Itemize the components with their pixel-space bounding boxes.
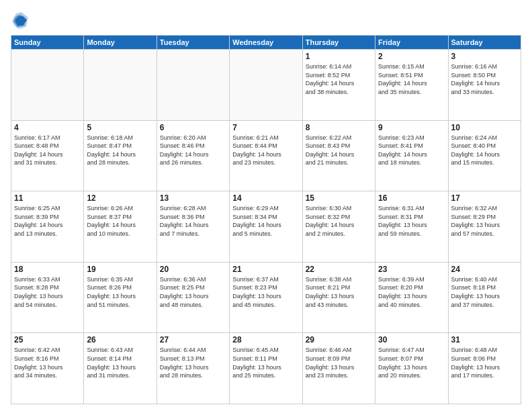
day-number: 21: [232, 265, 299, 274]
week-row-5: 25Sunrise: 6:42 AM Sunset: 8:16 PM Dayli…: [11, 333, 521, 404]
logo-icon: [11, 11, 30, 30]
calendar-cell: 25Sunrise: 6:42 AM Sunset: 8:16 PM Dayli…: [11, 333, 84, 404]
calendar-cell: 5Sunrise: 6:18 AM Sunset: 8:47 PM Daylig…: [84, 120, 157, 191]
day-number: 26: [87, 335, 153, 345]
day-number: 7: [232, 123, 299, 132]
calendar-cell: 8Sunrise: 6:22 AM Sunset: 8:43 PM Daylig…: [302, 120, 375, 191]
calendar-cell: 23Sunrise: 6:39 AM Sunset: 8:20 PM Dayli…: [375, 262, 448, 333]
day-info: Sunrise: 6:39 AM Sunset: 8:20 PM Dayligh…: [378, 275, 445, 309]
header-wednesday: Wednesday: [230, 36, 302, 50]
day-number: 8: [306, 123, 372, 132]
day-info: Sunrise: 6:46 AM Sunset: 8:09 PM Dayligh…: [306, 346, 372, 379]
day-number: 19: [87, 265, 153, 274]
day-info: Sunrise: 6:24 AM Sunset: 8:40 PM Dayligh…: [451, 134, 518, 167]
day-number: 16: [378, 193, 445, 203]
header-thursday: Thursday: [302, 36, 375, 50]
calendar-cell: 12Sunrise: 6:26 AM Sunset: 8:37 PM Dayli…: [84, 191, 157, 263]
day-info: Sunrise: 6:43 AM Sunset: 8:14 PM Dayligh…: [87, 346, 153, 379]
day-info: Sunrise: 6:38 AM Sunset: 8:21 PM Dayligh…: [306, 275, 372, 309]
calendar-cell: 19Sunrise: 6:35 AM Sunset: 8:26 PM Dayli…: [84, 262, 157, 333]
day-info: Sunrise: 6:15 AM Sunset: 8:51 PM Dayligh…: [378, 62, 445, 96]
calendar-cell: 22Sunrise: 6:38 AM Sunset: 8:21 PM Dayli…: [302, 262, 375, 333]
header-monday: Monday: [84, 36, 157, 50]
calendar-cell: 18Sunrise: 6:33 AM Sunset: 8:28 PM Dayli…: [11, 262, 84, 333]
day-number: 10: [451, 123, 518, 132]
day-info: Sunrise: 6:37 AM Sunset: 8:23 PM Dayligh…: [232, 275, 299, 309]
calendar-cell: 21Sunrise: 6:37 AM Sunset: 8:23 PM Dayli…: [230, 262, 302, 333]
page: SundayMondayTuesdayWednesdayThursdayFrid…: [0, 0, 532, 411]
calendar-cell: [84, 50, 157, 121]
calendar-cell: 16Sunrise: 6:31 AM Sunset: 8:31 PM Dayli…: [375, 191, 448, 263]
calendar-cell: 17Sunrise: 6:32 AM Sunset: 8:29 PM Dayli…: [448, 191, 521, 263]
day-info: Sunrise: 6:44 AM Sunset: 8:13 PM Dayligh…: [160, 346, 226, 379]
calendar-cell: [230, 50, 302, 121]
day-info: Sunrise: 6:48 AM Sunset: 8:06 PM Dayligh…: [451, 346, 518, 379]
day-number: 3: [451, 52, 518, 61]
day-info: Sunrise: 6:40 AM Sunset: 8:18 PM Dayligh…: [451, 275, 518, 309]
day-info: Sunrise: 6:20 AM Sunset: 8:46 PM Dayligh…: [160, 134, 226, 167]
day-number: 24: [451, 265, 518, 274]
calendar-cell: 27Sunrise: 6:44 AM Sunset: 8:13 PM Dayli…: [157, 333, 229, 404]
day-info: Sunrise: 6:31 AM Sunset: 8:31 PM Dayligh…: [378, 204, 445, 238]
calendar-cell: 20Sunrise: 6:36 AM Sunset: 8:25 PM Dayli…: [157, 262, 229, 333]
day-info: Sunrise: 6:42 AM Sunset: 8:16 PM Dayligh…: [14, 346, 81, 379]
day-number: 30: [378, 335, 445, 345]
day-info: Sunrise: 6:33 AM Sunset: 8:28 PM Dayligh…: [14, 275, 81, 309]
calendar-cell: 28Sunrise: 6:45 AM Sunset: 8:11 PM Dayli…: [230, 333, 302, 404]
calendar-cell: 10Sunrise: 6:24 AM Sunset: 8:40 PM Dayli…: [448, 120, 521, 191]
day-number: 15: [306, 193, 372, 203]
calendar-cell: 6Sunrise: 6:20 AM Sunset: 8:46 PM Daylig…: [157, 120, 229, 191]
day-info: Sunrise: 6:23 AM Sunset: 8:41 PM Dayligh…: [378, 134, 445, 167]
calendar-cell: 30Sunrise: 6:47 AM Sunset: 8:07 PM Dayli…: [375, 333, 448, 404]
day-number: 20: [160, 265, 226, 274]
calendar-cell: 14Sunrise: 6:29 AM Sunset: 8:34 PM Dayli…: [230, 191, 302, 263]
day-info: Sunrise: 6:36 AM Sunset: 8:25 PM Dayligh…: [160, 275, 226, 309]
calendar-cell: 15Sunrise: 6:30 AM Sunset: 8:32 PM Dayli…: [302, 191, 375, 263]
day-info: Sunrise: 6:22 AM Sunset: 8:43 PM Dayligh…: [306, 134, 372, 167]
calendar-cell: [157, 50, 229, 121]
logo: [11, 11, 32, 30]
calendar-cell: 29Sunrise: 6:46 AM Sunset: 8:09 PM Dayli…: [302, 333, 375, 404]
day-info: Sunrise: 6:45 AM Sunset: 8:11 PM Dayligh…: [232, 346, 299, 379]
day-number: 6: [160, 123, 226, 132]
day-info: Sunrise: 6:32 AM Sunset: 8:29 PM Dayligh…: [451, 204, 518, 238]
header-friday: Friday: [375, 36, 448, 50]
day-number: 9: [378, 123, 445, 132]
day-number: 5: [87, 123, 153, 132]
day-info: Sunrise: 6:18 AM Sunset: 8:47 PM Dayligh…: [87, 134, 153, 167]
day-number: 22: [306, 265, 372, 274]
day-number: 12: [87, 193, 153, 203]
calendar-cell: [11, 50, 84, 121]
day-number: 23: [378, 265, 445, 274]
day-number: 14: [232, 193, 299, 203]
week-row-4: 18Sunrise: 6:33 AM Sunset: 8:28 PM Dayli…: [11, 262, 521, 333]
calendar-cell: 4Sunrise: 6:17 AM Sunset: 8:48 PM Daylig…: [11, 120, 84, 191]
header-row: SundayMondayTuesdayWednesdayThursdayFrid…: [11, 36, 521, 50]
day-info: Sunrise: 6:25 AM Sunset: 8:39 PM Dayligh…: [14, 204, 81, 238]
day-number: 25: [14, 335, 81, 345]
calendar-cell: 2Sunrise: 6:15 AM Sunset: 8:51 PM Daylig…: [375, 50, 448, 121]
calendar-cell: 24Sunrise: 6:40 AM Sunset: 8:18 PM Dayli…: [448, 262, 521, 333]
day-info: Sunrise: 6:30 AM Sunset: 8:32 PM Dayligh…: [306, 204, 372, 238]
day-info: Sunrise: 6:14 AM Sunset: 8:52 PM Dayligh…: [306, 62, 372, 96]
header-tuesday: Tuesday: [157, 36, 229, 50]
calendar-cell: 26Sunrise: 6:43 AM Sunset: 8:14 PM Dayli…: [84, 333, 157, 404]
calendar-cell: 31Sunrise: 6:48 AM Sunset: 8:06 PM Dayli…: [448, 333, 521, 404]
day-number: 28: [232, 335, 299, 345]
day-info: Sunrise: 6:16 AM Sunset: 8:50 PM Dayligh…: [451, 62, 518, 96]
week-row-3: 11Sunrise: 6:25 AM Sunset: 8:39 PM Dayli…: [11, 191, 521, 263]
calendar-cell: 11Sunrise: 6:25 AM Sunset: 8:39 PM Dayli…: [11, 191, 84, 263]
day-number: 29: [306, 335, 372, 345]
day-number: 31: [451, 335, 518, 345]
day-info: Sunrise: 6:28 AM Sunset: 8:36 PM Dayligh…: [160, 204, 226, 238]
day-number: 11: [14, 193, 81, 203]
header-saturday: Saturday: [448, 36, 521, 50]
day-info: Sunrise: 6:29 AM Sunset: 8:34 PM Dayligh…: [232, 204, 299, 238]
calendar-cell: 3Sunrise: 6:16 AM Sunset: 8:50 PM Daylig…: [448, 50, 521, 121]
calendar-cell: 9Sunrise: 6:23 AM Sunset: 8:41 PM Daylig…: [375, 120, 448, 191]
day-info: Sunrise: 6:17 AM Sunset: 8:48 PM Dayligh…: [14, 134, 81, 167]
day-number: 4: [14, 123, 81, 132]
header-sunday: Sunday: [11, 36, 84, 50]
day-number: 2: [378, 52, 445, 61]
day-number: 13: [160, 193, 226, 203]
